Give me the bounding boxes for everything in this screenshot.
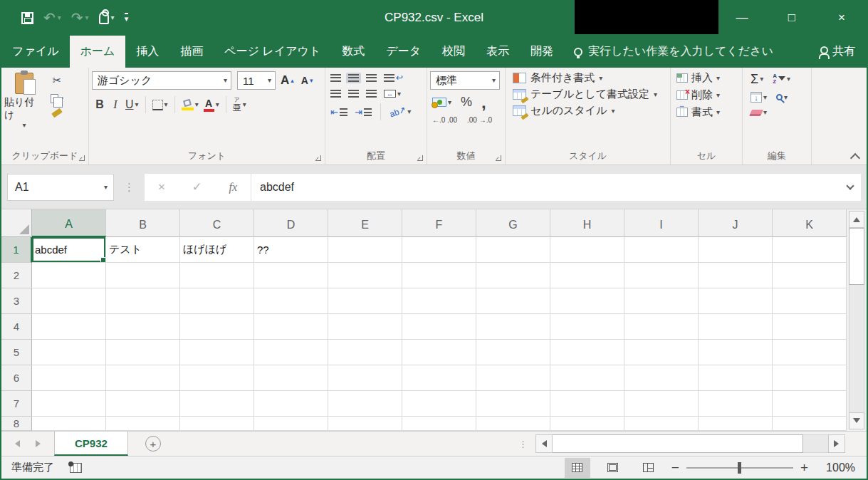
align-middle-button[interactable] (346, 73, 361, 83)
cell-F5[interactable] (402, 340, 476, 365)
insert-function-button[interactable]: fx (229, 181, 238, 194)
decrease-decimal-button[interactable]: .00 →.0 (465, 115, 494, 126)
collapse-ribbon-button[interactable] (852, 152, 858, 159)
hscroll-grip[interactable]: ⋮ (518, 439, 528, 449)
row-header-6[interactable]: 6 (1, 365, 32, 391)
scroll-up-button[interactable] (849, 211, 864, 228)
percent-button[interactable]: % (459, 93, 474, 111)
phonetic-guide-button[interactable]: ア亜▾ (231, 96, 249, 113)
cell-F6[interactable] (402, 365, 476, 391)
cell-A5[interactable] (32, 340, 106, 365)
orientation-button[interactable]: ab↗▾ (387, 105, 413, 118)
cell-F7[interactable] (402, 391, 476, 417)
underline-button[interactable]: U▾ (123, 97, 141, 113)
cell-C1[interactable]: ほげほげ (180, 237, 254, 263)
cell-G4[interactable] (476, 314, 550, 340)
column-header-K[interactable]: K (773, 209, 847, 237)
cell-B6[interactable] (106, 365, 180, 391)
cell-C6[interactable] (180, 365, 254, 391)
cell-E3[interactable] (328, 288, 402, 314)
cell-J8[interactable] (699, 417, 773, 431)
row-header-4[interactable]: 4 (1, 314, 32, 340)
cell-I3[interactable] (624, 288, 699, 314)
find-select-button[interactable]: ▾ (774, 93, 790, 103)
formula-input[interactable]: abcdef (251, 174, 840, 201)
cell-J2[interactable] (699, 263, 773, 288)
cell-A6[interactable] (32, 365, 106, 391)
expand-formula-bar-button[interactable] (840, 174, 861, 201)
cell-G6[interactable] (476, 365, 550, 391)
zoom-out-button[interactable]: − (671, 461, 679, 474)
conditional-formatting-button[interactable]: 条件付き書式▾ (513, 71, 667, 85)
cell-A2[interactable] (32, 263, 106, 288)
cell-J5[interactable] (699, 340, 773, 365)
view-page-layout-button[interactable] (600, 458, 626, 478)
column-header-I[interactable]: I (624, 209, 699, 237)
close-button[interactable]: × (817, 0, 867, 36)
vertical-scroll-thumb[interactable] (849, 228, 864, 285)
number-format-combo[interactable]: 標準▾ (430, 71, 500, 90)
font-color-button[interactable]: A▾ (202, 97, 221, 113)
cell-J6[interactable] (699, 365, 773, 391)
cell-I8[interactable] (624, 417, 699, 431)
horizontal-scroll-thumb[interactable] (553, 434, 803, 453)
borders-button[interactable]: ▾ (150, 98, 170, 112)
row-header-7[interactable]: 7 (1, 391, 32, 417)
cell-D8[interactable] (254, 417, 328, 431)
column-header-F[interactable]: F (402, 209, 476, 237)
tab-developer[interactable]: 開発 (520, 36, 564, 68)
cell-K2[interactable] (773, 263, 847, 288)
cell-J7[interactable] (699, 391, 773, 417)
cell-G5[interactable] (476, 340, 550, 365)
cell-D6[interactable] (254, 365, 328, 391)
cell-E7[interactable] (328, 391, 402, 417)
cell-I5[interactable] (624, 340, 699, 365)
tab-page-layout[interactable]: ページ レイアウト (214, 36, 331, 68)
cancel-entry-button[interactable]: × (158, 180, 165, 194)
align-left-button[interactable] (328, 88, 343, 99)
zoom-level-label[interactable]: 100% (818, 461, 855, 474)
column-header-H[interactable]: H (550, 209, 624, 237)
cell-I4[interactable] (624, 314, 699, 340)
cell-H6[interactable] (550, 365, 624, 391)
cell-E5[interactable] (328, 340, 402, 365)
cut-button[interactable]: ✂ (48, 73, 66, 88)
cell-F2[interactable] (402, 263, 476, 288)
cell-B1[interactable]: テスト (106, 237, 180, 263)
maximize-button[interactable]: □ (767, 0, 817, 36)
tab-file[interactable]: ファイル (1, 36, 70, 68)
align-right-button[interactable] (364, 88, 379, 99)
column-header-J[interactable]: J (699, 209, 773, 237)
zoom-in-button[interactable]: + (800, 461, 808, 474)
touch-mode-button[interactable]: ▾ (99, 11, 115, 24)
customize-qat-button[interactable]: ▾ (125, 13, 129, 23)
cell-C7[interactable] (180, 391, 254, 417)
row-header-3[interactable]: 3 (1, 288, 32, 314)
sheet-tab-cp932[interactable]: CP932 (54, 432, 128, 456)
autosum-button[interactable]: Σ▾ (748, 71, 765, 87)
cell-B5[interactable] (106, 340, 180, 365)
cell-C3[interactable] (180, 288, 254, 314)
row-header-8[interactable]: 8 (1, 417, 32, 431)
cell-H8[interactable] (550, 417, 624, 431)
zoom-slider[interactable] (686, 467, 793, 469)
cell-K5[interactable] (773, 340, 847, 365)
cell-H5[interactable] (550, 340, 624, 365)
row-header-5[interactable]: 5 (1, 340, 32, 365)
cell-C5[interactable] (180, 340, 254, 365)
font-name-combo[interactable]: 游ゴシック▾ (92, 71, 231, 90)
cell-J1[interactable] (699, 237, 773, 263)
copy-button[interactable]: ▾ (48, 93, 66, 105)
cell-F1[interactable] (402, 237, 476, 263)
macro-record-icon[interactable] (70, 463, 82, 473)
tab-review[interactable]: 校閲 (432, 36, 476, 68)
paste-button[interactable]: 貼り付け ▾ (4, 73, 44, 149)
minimize-button[interactable]: — (717, 0, 767, 36)
view-normal-button[interactable] (565, 458, 590, 478)
column-header-E[interactable]: E (328, 209, 402, 237)
save-button[interactable] (21, 12, 33, 24)
cell-C2[interactable] (180, 263, 254, 288)
italic-button[interactable]: I (108, 97, 122, 113)
increase-indent-button[interactable]: ⇥ (352, 105, 374, 119)
cell-E8[interactable] (328, 417, 402, 431)
